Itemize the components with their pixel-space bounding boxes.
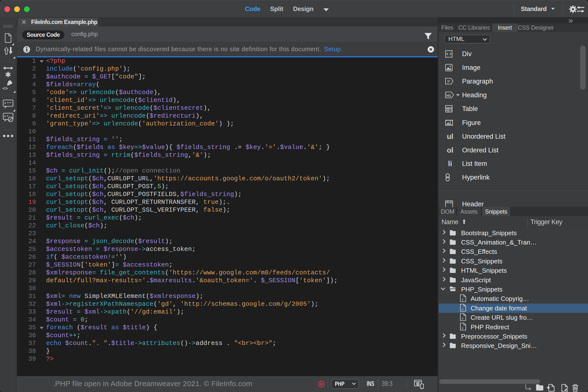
svg-text:s: s [462, 325, 464, 330]
svg-text:s: s [462, 306, 464, 311]
svg-text:H1: H1 [446, 93, 451, 98]
svg-text:s: s [462, 297, 464, 302]
svg-text:s: s [462, 316, 464, 320]
svg-text:P: P [447, 80, 450, 84]
svg-text:<>: <> [2, 86, 8, 90]
